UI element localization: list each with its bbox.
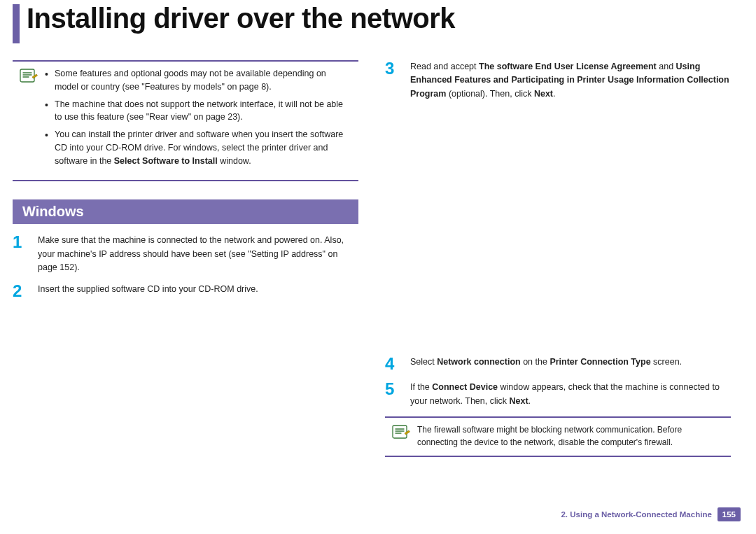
text: screen. [651,357,682,367]
note-icon [392,423,412,440]
step-number: 5 [385,381,400,398]
text: Read and accept [410,62,479,71]
step-body: If the Connect Device window appears, ch… [410,381,731,408]
right-column: 3 Read and accept The software End User … [385,60,731,457]
footer-page-number: 155 [718,507,741,521]
step-number: 2 [13,283,28,300]
title-accent [13,4,20,43]
step-1: 1 Make sure that the machine is connecte… [13,234,358,274]
text-bold: The software End User License Agreement [479,62,657,71]
step-number: 1 [13,234,28,251]
text: Make sure that the machine is connected … [38,235,344,272]
step-body: Make sure that the machine is connected … [38,234,358,274]
text: Insert the supplied software CD into you… [38,284,258,294]
page-footer: 2. Using a Network-Connected Machine 155 [561,507,741,521]
text-bold: Connect Device [432,382,498,392]
text: Select [410,357,437,367]
text-bold: Next [534,89,553,99]
footer-chapter: 2. Using a Network-Connected Machine [561,510,711,519]
info-bottom-text: The firewall software might be blocking … [417,423,724,449]
info-top-item: Some features and optional goods may not… [45,67,351,94]
section-header-windows: Windows [13,199,358,224]
svg-rect-1 [393,426,407,438]
text: window. [218,156,251,166]
step-number: 4 [385,356,400,372]
info-top-item: You can install the printer driver and s… [45,128,351,167]
text: The machine that does not support the ne… [55,99,343,122]
step-3: 3 Read and accept The software End User … [385,60,731,101]
installer-screenshot-placeholder [410,109,718,346]
left-steps: 1 Make sure that the machine is connecte… [13,234,358,300]
info-top-list: Some features and optional goods may not… [45,67,351,171]
svg-rect-0 [20,69,34,82]
step-number: 3 [385,60,400,77]
left-column: Some features and optional goods may not… [13,60,358,457]
step-body: Insert the supplied software CD into you… [38,283,358,296]
right-steps-top: 3 Read and accept The software End User … [385,60,731,101]
text-bold: Printer Connection Type [550,357,650,367]
content-columns: Some features and optional goods may not… [13,60,743,457]
info-box-bottom: The firewall software might be blocking … [385,416,731,457]
title-bar: Installing driver over the network [13,0,743,43]
info-box-top: Some features and optional goods may not… [13,60,358,181]
step-5: 5 If the Connect Device window appears, … [385,381,731,408]
text: If the [410,382,432,392]
text-bold: Select Software to Install [114,156,218,166]
text: . [553,89,555,99]
info-top-item: The machine that does not support the ne… [45,98,351,125]
text: Some features and optional goods may not… [55,69,326,92]
step-2: 2 Insert the supplied software CD into y… [13,283,358,300]
text-bold: Network connection [437,357,520,367]
text: on the [521,357,550,367]
text-bold: Next [510,396,528,406]
step-body: Select Network connection on the Printer… [410,356,731,369]
right-steps-bottom: 4 Select Network connection on the Print… [385,356,731,408]
text: and [657,62,676,71]
note-icon [20,67,39,84]
page: Installing driver over the network Some … [0,0,756,534]
text: . [528,396,531,406]
text: (optional). Then, click [446,89,534,99]
step-body: Read and accept The software End User Li… [410,60,731,101]
step-4: 4 Select Network connection on the Print… [385,356,731,372]
page-title: Installing driver over the network [27,3,455,34]
